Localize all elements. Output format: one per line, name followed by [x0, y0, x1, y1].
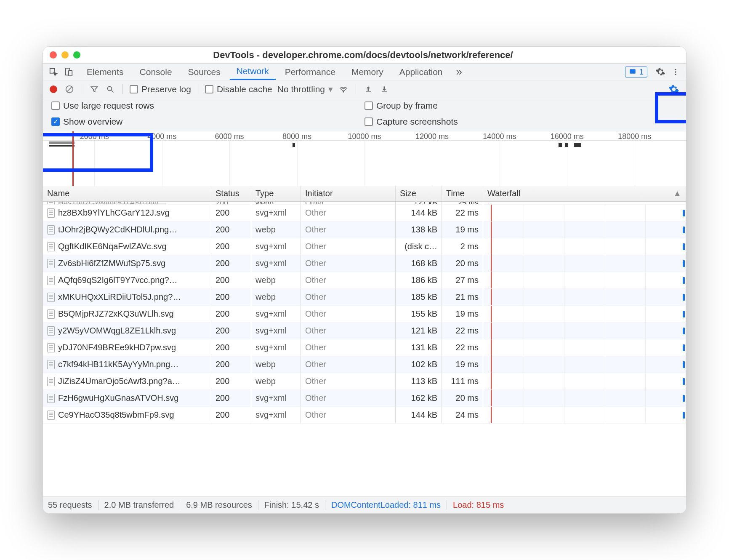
filter-icon[interactable] — [89, 84, 100, 95]
disable-cache-checkbox[interactable]: Disable cache — [205, 84, 272, 94]
file-icon — [47, 309, 55, 319]
group-by-frame-checkbox[interactable]: Group by frame — [364, 101, 678, 111]
table-row[interactable]: B5QMjpRJZ72xKQ3uWLlh.svg200svg+xmlOther1… — [43, 306, 686, 323]
svg-rect-13 — [366, 91, 371, 92]
capture-screenshots-checkbox[interactable]: Capture screenshots — [364, 117, 678, 127]
show-overview-checkbox[interactable]: Show overview — [51, 117, 364, 127]
file-icon — [47, 411, 55, 420]
file-icon — [47, 360, 55, 369]
svg-point-10 — [107, 86, 112, 91]
close-window[interactable] — [50, 51, 57, 59]
tab-sources[interactable]: Sources — [181, 64, 227, 80]
svg-rect-14 — [382, 91, 387, 92]
svg-line-11 — [112, 90, 114, 92]
overview-timeline[interactable]: 2000 ms 4000 ms 6000 ms 8000 ms 10000 ms… — [43, 131, 686, 186]
col-name[interactable]: Name — [43, 186, 211, 201]
file-icon — [47, 208, 55, 218]
svg-point-12 — [343, 91, 344, 92]
tab-memory[interactable]: Memory — [345, 64, 390, 80]
request-table[interactable]: HasTnd7GxWIipc5J1ASh.png… 200 webp Other… — [43, 201, 686, 496]
footer-dcl: DOMContentLoaded: 811 ms — [325, 500, 447, 510]
issues-count: 1 — [639, 67, 644, 77]
tab-console[interactable]: Console — [133, 64, 179, 80]
tab-elements[interactable]: Elements — [80, 64, 130, 80]
tick: 8000 ms — [282, 132, 311, 141]
file-icon — [47, 326, 55, 336]
footer-resources: 6.9 MB resources — [180, 500, 258, 510]
upload-har-icon[interactable] — [363, 84, 374, 95]
footer-transferred: 2.0 MB transferred — [98, 500, 181, 510]
search-icon[interactable] — [105, 84, 116, 95]
overflow-tabs-icon[interactable]: » — [452, 65, 466, 78]
tick: 6000 ms — [215, 132, 244, 141]
preserve-log-checkbox[interactable]: Preserve log — [130, 84, 191, 94]
file-icon — [47, 276, 55, 285]
maximize-window[interactable] — [73, 51, 80, 59]
tick: 12000 ms — [415, 132, 449, 141]
devtools-window: DevTools - developer.chrome.com/docs/dev… — [43, 46, 686, 514]
large-rows-checkbox[interactable]: Use large request rows — [51, 101, 364, 111]
tab-application[interactable]: Application — [393, 64, 450, 80]
network-toolbar: Preserve log Disable cache No throttling… — [43, 80, 686, 98]
file-icon — [47, 377, 55, 386]
file-icon — [47, 202, 55, 204]
kebab-menu-icon[interactable] — [669, 66, 682, 78]
file-icon — [47, 293, 55, 302]
col-status[interactable]: Status — [211, 186, 251, 201]
table-row[interactable]: y2W5yVOMWqgL8ZE1Lklh.svg200svg+xmlOther1… — [43, 323, 686, 339]
table-row[interactable]: AQfq69qS2Ig6lT9Y7vcc.png?…200webpOther18… — [43, 272, 686, 289]
window-title: DevTools - developer.chrome.com/docs/dev… — [80, 50, 646, 61]
network-settings-icon[interactable] — [668, 84, 679, 95]
status-bar: 55 requests 2.0 MB transferred 6.9 MB re… — [43, 496, 686, 513]
footer-load: Load: 815 ms — [447, 500, 510, 510]
svg-point-6 — [675, 74, 676, 75]
download-har-icon[interactable] — [379, 84, 390, 95]
svg-point-4 — [675, 69, 676, 70]
file-icon — [47, 394, 55, 403]
table-row[interactable]: QgftKdIKE6NqaFwlZAVc.svg200svg+xmlOther(… — [43, 238, 686, 255]
minimize-window[interactable] — [61, 51, 69, 59]
network-settings-panel: Use large request rows Show overview Gro… — [43, 98, 686, 131]
device-toggle-icon[interactable] — [62, 66, 75, 78]
col-size[interactable]: Size — [396, 186, 442, 201]
col-waterfall[interactable]: Waterfall▲ — [483, 186, 686, 201]
table-header: Name Status Type Initiator Size Time Wat… — [43, 186, 686, 201]
table-row[interactable]: Zv6sbHi6fZfZMWufSp75.svg200svg+xmlOther1… — [43, 255, 686, 272]
tick: 2000 ms — [80, 132, 109, 141]
network-conditions-icon[interactable] — [338, 84, 349, 95]
table-row[interactable]: yDJ70NF49BREe9kHD7pw.svg200svg+xmlOther1… — [43, 339, 686, 356]
file-icon — [47, 343, 55, 352]
titlebar: DevTools - developer.chrome.com/docs/dev… — [43, 47, 686, 64]
record-icon[interactable] — [48, 84, 59, 95]
tab-network[interactable]: Network — [230, 64, 276, 80]
svg-point-7 — [50, 85, 57, 93]
table-row[interactable]: c7kf94kHB11kK5AyYyMn.png…200webpOther102… — [43, 356, 686, 373]
tab-performance[interactable]: Performance — [278, 64, 342, 80]
svg-line-9 — [67, 86, 72, 92]
svg-rect-3 — [630, 69, 636, 74]
footer-finish: Finish: 15.42 s — [258, 500, 325, 510]
table-row[interactable]: FzH6gwuHgXuGnasATVOH.svg200svg+xmlOther1… — [43, 390, 686, 407]
table-row[interactable]: JiZisZ4UmarOjo5cAwf3.png?a…200webpOther1… — [43, 373, 686, 390]
throttling-select[interactable]: No throttling▾ — [277, 84, 333, 94]
col-initiator[interactable]: Initiator — [301, 186, 396, 201]
tick: 4000 ms — [147, 132, 176, 141]
table-row[interactable]: HasTnd7GxWIipc5J1ASh.png… 200 webp Other… — [43, 201, 686, 205]
svg-point-5 — [675, 71, 676, 72]
col-time[interactable]: Time — [442, 186, 483, 201]
file-icon — [47, 225, 55, 235]
col-type[interactable]: Type — [251, 186, 301, 201]
tick: 14000 ms — [483, 132, 516, 141]
table-row[interactable]: tJOhr2jBQWy2CdKHDlUl.png…200webpOther138… — [43, 221, 686, 238]
inspect-icon[interactable] — [47, 66, 60, 78]
tick: 10000 ms — [348, 132, 381, 141]
issues-badge[interactable]: 1 — [625, 67, 647, 77]
table-row[interactable]: Ce9YHacO35q8t5wbmFp9.svg200svg+xmlOther1… — [43, 407, 686, 424]
table-row[interactable]: xMKUHQxXLiRDiiUTol5J.png?…200webpOther18… — [43, 289, 686, 306]
tick: 18000 ms — [618, 132, 651, 141]
panel-tabs: Elements Console Sources Network Perform… — [43, 64, 686, 80]
settings-gear-icon[interactable] — [654, 66, 667, 78]
table-row[interactable]: hz8BXb9YlYLhCGarY12J.svg200svg+xmlOther1… — [43, 205, 686, 221]
tick: 16000 ms — [551, 132, 584, 141]
clear-icon[interactable] — [64, 84, 75, 95]
